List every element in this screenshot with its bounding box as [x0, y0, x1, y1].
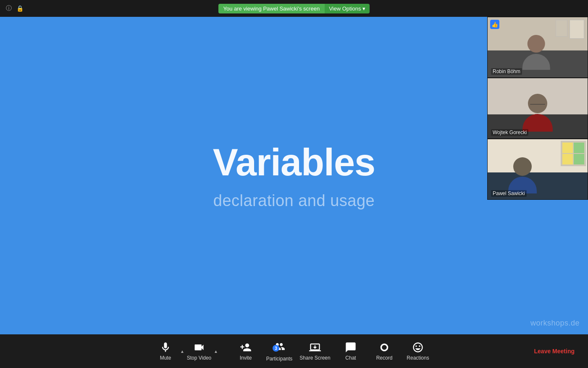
bottom-toolbar: Mute ▲ Stop Video ▲ Invite 3 Participant…	[0, 334, 588, 368]
participant-panel-robin: 👍 Robin Böhm	[487, 17, 588, 78]
lock-icon: 🔒	[16, 5, 24, 12]
panel-badge-robin: 👍	[490, 20, 499, 29]
mute-chevron[interactable]: ▲	[178, 334, 187, 368]
top-bar-left: ⓘ 🔒	[5, 5, 24, 12]
chat-button[interactable]: Chat	[334, 334, 368, 368]
video-chevron[interactable]: ▲	[211, 334, 220, 368]
participant-panels: 👍 Robin Böhm Wojtek Gorecki	[487, 17, 588, 200]
participants-button[interactable]: 3 Participants	[262, 334, 296, 368]
stop-video-button[interactable]: Stop Video	[187, 334, 211, 368]
reactions-icon	[412, 342, 424, 353]
record-label: Record	[376, 355, 393, 361]
leave-meeting-button[interactable]: Leave Meeting	[528, 344, 581, 358]
slide-subtitle: declaration and usage	[213, 192, 375, 210]
participant-name-robin: Robin Böhm	[491, 68, 522, 75]
participants-label: Participants	[266, 356, 293, 362]
svg-point-1	[382, 345, 387, 350]
slide-content: Variables declaration and usage	[213, 142, 375, 210]
mic-icon	[160, 342, 171, 353]
share-screen-button[interactable]: Share Screen	[296, 334, 334, 368]
reactions-button[interactable]: Reactions	[401, 334, 435, 368]
chat-icon	[345, 342, 357, 353]
slide-title: Variables	[213, 142, 375, 183]
invite-label: Invite	[240, 355, 252, 361]
record-icon	[378, 342, 390, 353]
reactions-label: Reactions	[407, 355, 429, 361]
share-screen-icon	[309, 342, 321, 353]
screen-share-banner: You are viewing Pawel Sawicki's screen V…	[218, 4, 370, 13]
watermark: workshops.de	[530, 319, 580, 328]
invite-button[interactable]: Invite	[229, 334, 262, 368]
stop-video-group: Stop Video ▲	[187, 334, 220, 368]
info-icon: ⓘ	[5, 5, 13, 12]
participant-name-wojtek: Wojtek Gorecki	[491, 129, 528, 136]
participant-panel-wojtek: Wojtek Gorecki	[487, 78, 588, 139]
screen-share-notice: You are viewing Pawel Sawicki's screen	[218, 4, 325, 13]
mute-label: Mute	[160, 355, 171, 361]
invite-icon	[240, 342, 252, 353]
share-screen-label: Share Screen	[299, 355, 330, 361]
record-button[interactable]: Record	[368, 334, 401, 368]
screen-share-text: You are viewing Pawel Sawicki's screen	[223, 5, 320, 12]
video-icon	[193, 342, 205, 353]
participant-name-pawel: Pawel Sawicki	[491, 190, 527, 197]
chat-label: Chat	[345, 355, 356, 361]
view-options-button[interactable]: View Options ▾	[325, 4, 370, 13]
mute-button[interactable]: Mute	[153, 334, 178, 368]
stop-video-label: Stop Video	[187, 355, 212, 361]
participant-panel-pawel: Pawel Sawicki	[487, 139, 588, 200]
participants-badge: 3	[273, 345, 279, 352]
mute-group: Mute ▲	[153, 334, 187, 368]
top-bar: ⓘ 🔒 You are viewing Pawel Sawicki's scre…	[0, 0, 588, 17]
